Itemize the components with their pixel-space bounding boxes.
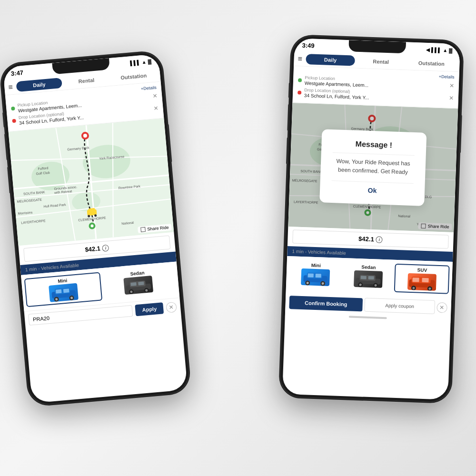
confirm-close-button[interactable]: ✕ — [436, 302, 447, 313]
home-bar-right — [349, 316, 387, 319]
svg-rect-36 — [56, 289, 62, 294]
volume-down-button-right — [286, 138, 288, 164]
svg-rect-78 — [308, 273, 314, 277]
scene: 3:47 ▌▌▌ ▲ ▓ ≡ Daily Rental Outstation +… — [0, 0, 476, 476]
svg-rect-37 — [63, 288, 69, 293]
price-row-right: $42.1 i — [292, 229, 449, 248]
volume-up-button-right — [287, 104, 289, 131]
signal-icon: ▌▌▌ — [130, 60, 140, 66]
pickup-dot-right — [298, 78, 302, 82]
map-right: Fulford Golf Club York Racecourse SOUTH … — [288, 103, 458, 232]
tab-daily-right[interactable]: Daily — [306, 54, 355, 66]
info-icon-left[interactable]: i — [102, 244, 109, 251]
sedan-car-image-right — [354, 270, 383, 288]
mini-car-image-left — [49, 283, 79, 302]
volume-down-button — [7, 167, 11, 193]
apply-button-left[interactable]: Apply — [135, 302, 164, 316]
share-ride-label-left: Share Ride — [147, 225, 169, 232]
pickup-dot-left — [11, 107, 15, 111]
drop-clear-right[interactable]: ✕ — [449, 95, 454, 101]
svg-rect-86 — [361, 276, 367, 279]
wifi-icon: ▲ — [141, 59, 147, 65]
vehicle-mini-right[interactable]: Mini — [289, 260, 343, 290]
wifi-icon-right: ▲ — [443, 48, 447, 53]
hamburger-icon-right[interactable]: ≡ — [298, 54, 302, 63]
tab-outstation-left[interactable]: Outstation — [110, 69, 157, 84]
phone-right-screen: 3:49 ◀ ▌▌▌ ▲ ▓ ≡ Daily Rental Outstation… — [282, 38, 460, 400]
share-ride-checkbox-left[interactable] — [140, 227, 146, 232]
location-section-right: +Details Pickup Location Westgate Apartm… — [292, 66, 459, 109]
vehicle-sedan-left[interactable]: Sedan — [100, 266, 177, 300]
drop-dot-left — [12, 119, 16, 123]
suv-car-image-right — [407, 273, 436, 291]
vehicle-suv-right[interactable]: SUV — [394, 264, 450, 294]
status-icons-right: ◀ ▌▌▌ ▲ ▓ — [426, 47, 453, 53]
tab-daily-left[interactable]: Daily — [16, 78, 62, 92]
mute-button — [2, 112, 5, 128]
status-time-left: 3:47 — [10, 69, 23, 77]
tab-rental-left[interactable]: Rental — [63, 73, 109, 88]
dialog-body: Wow, Your Ride Request has been confirme… — [332, 157, 414, 177]
battery-icon: ▓ — [148, 59, 151, 64]
details-link-left[interactable]: +Details — [141, 85, 157, 91]
status-icons-left: ▌▌▌ ▲ ▓ — [130, 59, 151, 66]
signal-icon-right: ▌▌▌ — [431, 47, 442, 53]
status-time-right: 3:49 — [302, 41, 315, 49]
dialog-overlay: Message ! Wow, Your Ride Request has bee… — [288, 103, 458, 232]
svg-rect-94 — [412, 278, 419, 282]
svg-rect-44 — [130, 282, 137, 286]
mini-car-image-right — [301, 268, 330, 286]
mute-button-right — [288, 83, 290, 98]
dialog-ok-button[interactable]: Ok — [367, 187, 377, 195]
dialog-divider — [333, 152, 415, 156]
coupon-close-left[interactable]: ✕ — [166, 302, 177, 313]
message-dialog: Message ! Wow, Your Ride Request has bee… — [319, 129, 426, 206]
drop-dot-right — [298, 90, 301, 94]
phone-left-screen: 3:47 ▌▌▌ ▲ ▓ ≡ Daily Rental Outstation +… — [3, 54, 188, 403]
price-left: $42.1 — [85, 245, 101, 253]
pickup-clear-left[interactable]: ✕ — [152, 93, 158, 100]
vehicle-sedan-right[interactable]: Sedan — [341, 262, 395, 292]
gps-icon: ◀ — [426, 47, 430, 52]
svg-rect-29 — [88, 208, 95, 212]
details-link-right[interactable]: +Details — [439, 74, 455, 79]
svg-rect-87 — [368, 276, 374, 279]
notch-right — [348, 40, 406, 53]
svg-rect-79 — [316, 274, 321, 278]
svg-rect-45 — [138, 282, 144, 286]
battery-icon-right: ▓ — [449, 48, 453, 53]
power-button-right — [459, 115, 462, 153]
tab-outstation-right[interactable]: Outstation — [407, 57, 456, 69]
info-icon-right[interactable]: i — [376, 236, 383, 243]
vehicle-mini-left[interactable]: Mini — [24, 272, 103, 307]
sedan-car-image-left — [123, 276, 153, 295]
phone-right: 3:49 ◀ ▌▌▌ ▲ ▓ ≡ Daily Rental Outstation… — [279, 35, 463, 403]
map-left: Fulford Golf Club York Racecourse SOUTH … — [9, 119, 174, 246]
pickup-clear-right[interactable]: ✕ — [449, 82, 454, 89]
dialog-divider2 — [332, 180, 414, 184]
apply-coupon-button[interactable]: Apply coupon — [364, 298, 435, 314]
volume-up-button — [4, 134, 8, 160]
vehicle-options-right: Mini — [286, 256, 453, 298]
drop-clear-left[interactable]: ✕ — [153, 105, 159, 112]
tab-rental-right[interactable]: Rental — [357, 56, 406, 68]
price-right: $42.1 — [358, 235, 374, 243]
power-button — [167, 124, 172, 162]
phone-left: 3:47 ▌▌▌ ▲ ▓ ≡ Daily Rental Outstation +… — [0, 51, 191, 407]
hamburger-icon-left[interactable]: ≡ — [8, 83, 13, 92]
dialog-title: Message ! — [333, 139, 415, 150]
svg-rect-95 — [422, 278, 428, 282]
confirm-booking-button[interactable]: Confirm Booking — [289, 296, 363, 311]
